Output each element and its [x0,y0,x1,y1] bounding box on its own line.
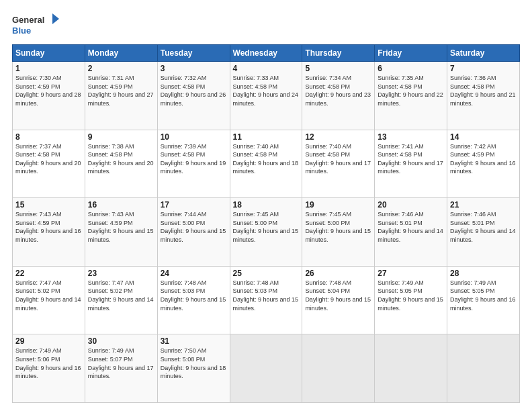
daylight-label: Daylight: 9 hours and 16 minutes. [15,365,81,380]
calendar-week-row: 29 Sunrise: 7:49 AM Sunset: 5:06 PM Dayl… [13,334,520,403]
sunrise-label: Sunrise: 7:47 AM [88,279,134,286]
daylight-label: Daylight: 9 hours and 17 minutes. [305,160,371,175]
daylight-label: Daylight: 9 hours and 14 minutes. [88,296,154,312]
header: General Blue [12,12,520,38]
calendar-day-cell: 23 Sunrise: 7:47 AM Sunset: 5:02 PM Dayl… [85,266,157,334]
sunrise-label: Sunrise: 7:40 AM [233,143,279,150]
day-number: 19 [305,200,371,210]
day-number: 5 [305,64,371,73]
daylight-label: Daylight: 9 hours and 15 minutes. [88,228,154,243]
sunset-label: Sunset: 4:58 PM [233,83,278,90]
calendar-day-cell: 31 Sunrise: 7:50 AM Sunset: 5:08 PM Dayl… [157,334,230,403]
day-number: 27 [378,269,444,278]
day-header-wednesday: Wednesday [230,45,302,62]
calendar-header-row: SundayMondayTuesdayWednesdayThursdayFrid… [13,45,520,62]
day-info: Sunrise: 7:49 AM Sunset: 5:07 PM Dayligh… [88,347,154,380]
calendar-day-cell: 27 Sunrise: 7:49 AM Sunset: 5:05 PM Dayl… [375,266,447,334]
daylight-label: Daylight: 9 hours and 28 minutes. [15,91,81,107]
calendar-day-cell: 7 Sunrise: 7:36 AM Sunset: 4:58 PM Dayli… [447,62,520,130]
day-number: 25 [233,269,300,278]
calendar-day-cell: 18 Sunrise: 7:45 AM Sunset: 5:00 PM Dayl… [230,198,302,267]
sunset-label: Sunset: 4:59 PM [15,83,60,90]
sunrise-label: Sunrise: 7:40 AM [305,143,351,150]
sunrise-label: Sunrise: 7:41 AM [378,143,424,150]
sunrise-label: Sunrise: 7:44 AM [161,211,207,218]
day-info: Sunrise: 7:47 AM Sunset: 5:02 PM Dayligh… [15,279,82,312]
day-header-thursday: Thursday [302,45,375,62]
daylight-label: Daylight: 9 hours and 21 minutes. [450,91,516,107]
calendar-header: SundayMondayTuesdayWednesdayThursdayFrid… [13,45,520,62]
sunset-label: Sunset: 4:58 PM [450,83,495,90]
day-info: Sunrise: 7:48 AM Sunset: 5:03 PM Dayligh… [161,279,227,312]
day-info: Sunrise: 7:40 AM Sunset: 4:58 PM Dayligh… [233,142,300,176]
daylight-label: Daylight: 9 hours and 16 minutes. [450,296,516,312]
sunset-label: Sunset: 4:59 PM [88,220,133,226]
calendar-day-cell: 19 Sunrise: 7:45 AM Sunset: 5:00 PM Dayl… [302,198,375,267]
daylight-label: Daylight: 9 hours and 17 minutes. [88,365,154,380]
day-info: Sunrise: 7:30 AM Sunset: 4:59 PM Dayligh… [15,74,82,107]
general-blue-logo-icon: General Blue [12,12,59,38]
day-number: 31 [161,336,227,346]
day-header-saturday: Saturday [447,45,520,62]
day-header-tuesday: Tuesday [157,45,230,62]
calendar-day-cell: 30 Sunrise: 7:49 AM Sunset: 5:07 PM Dayl… [85,334,157,403]
calendar-day-cell: 10 Sunrise: 7:39 AM Sunset: 4:58 PM Dayl… [157,130,230,198]
sunrise-label: Sunrise: 7:50 AM [161,347,207,354]
sunset-label: Sunset: 5:03 PM [233,287,278,294]
sunset-label: Sunset: 5:05 PM [378,287,423,294]
day-info: Sunrise: 7:35 AM Sunset: 4:58 PM Dayligh… [378,74,444,107]
sunrise-label: Sunrise: 7:48 AM [233,279,279,286]
sunset-label: Sunset: 4:58 PM [305,151,350,158]
day-info: Sunrise: 7:41 AM Sunset: 4:58 PM Dayligh… [378,142,444,176]
calendar-week-row: 8 Sunrise: 7:37 AM Sunset: 4:58 PM Dayli… [13,130,520,198]
sunset-label: Sunset: 4:58 PM [305,83,350,90]
day-number: 2 [88,64,154,73]
day-number: 13 [378,132,444,142]
svg-text:Blue: Blue [12,26,31,36]
daylight-label: Daylight: 9 hours and 15 minutes. [233,228,299,243]
calendar-day-cell: 12 Sunrise: 7:40 AM Sunset: 4:58 PM Dayl… [302,130,375,198]
calendar-day-cell [302,334,375,403]
daylight-label: Daylight: 9 hours and 27 minutes. [88,91,154,107]
calendar-day-cell: 22 Sunrise: 7:47 AM Sunset: 5:02 PM Dayl… [13,266,85,334]
daylight-label: Daylight: 9 hours and 15 minutes. [161,228,226,243]
calendar-day-cell: 4 Sunrise: 7:33 AM Sunset: 4:58 PM Dayli… [230,62,302,130]
sunrise-label: Sunrise: 7:46 AM [378,211,424,218]
sunset-label: Sunset: 5:08 PM [161,356,206,363]
sunset-label: Sunset: 5:01 PM [378,220,423,226]
sunrise-label: Sunrise: 7:49 AM [88,347,134,354]
daylight-label: Daylight: 9 hours and 22 minutes. [378,91,443,107]
sunset-label: Sunset: 5:02 PM [15,287,60,294]
calendar-day-cell: 6 Sunrise: 7:35 AM Sunset: 4:58 PM Dayli… [375,62,447,130]
sunset-label: Sunset: 4:58 PM [15,151,60,158]
sunrise-label: Sunrise: 7:47 AM [15,279,62,286]
daylight-label: Daylight: 9 hours and 15 minutes. [378,296,443,312]
sunrise-label: Sunrise: 7:34 AM [305,75,351,81]
daylight-label: Daylight: 9 hours and 20 minutes. [88,160,154,175]
sunset-label: Sunset: 5:02 PM [88,287,133,294]
day-number: 8 [15,132,82,142]
day-number: 21 [450,200,517,210]
calendar-day-cell: 20 Sunrise: 7:46 AM Sunset: 5:01 PM Dayl… [375,198,447,267]
calendar-day-cell: 25 Sunrise: 7:48 AM Sunset: 5:03 PM Dayl… [230,266,302,334]
sunrise-label: Sunrise: 7:30 AM [15,75,62,81]
sunrise-label: Sunrise: 7:45 AM [233,211,279,218]
sunset-label: Sunset: 5:05 PM [450,287,495,294]
day-info: Sunrise: 7:39 AM Sunset: 4:58 PM Dayligh… [161,142,227,176]
sunset-label: Sunset: 4:59 PM [15,220,60,226]
day-number: 14 [450,132,517,142]
calendar-day-cell: 5 Sunrise: 7:34 AM Sunset: 4:58 PM Dayli… [302,62,375,130]
day-number: 7 [450,64,517,73]
logo: General Blue [12,12,59,38]
day-header-monday: Monday [85,45,157,62]
day-number: 29 [15,336,82,346]
day-number: 23 [88,269,154,278]
svg-marker-2 [52,13,59,24]
day-number: 22 [15,269,82,278]
calendar-day-cell: 11 Sunrise: 7:40 AM Sunset: 4:58 PM Dayl… [230,130,302,198]
calendar-day-cell: 16 Sunrise: 7:43 AM Sunset: 4:59 PM Dayl… [85,198,157,267]
sunset-label: Sunset: 4:59 PM [450,151,495,158]
sunrise-label: Sunrise: 7:37 AM [15,143,62,150]
day-number: 26 [305,269,371,278]
calendar-week-row: 15 Sunrise: 7:43 AM Sunset: 4:59 PM Dayl… [13,198,520,267]
